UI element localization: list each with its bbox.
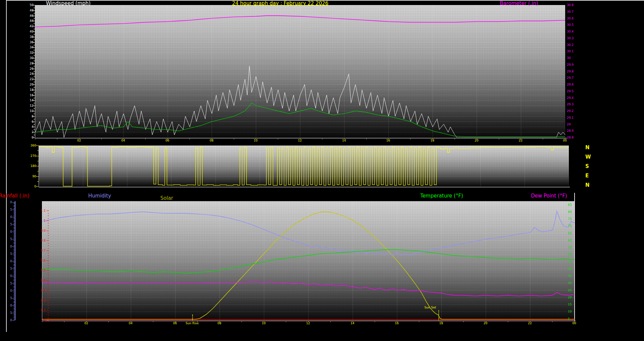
barometer-tick-label: 30.3 bbox=[567, 37, 574, 40]
axis-tick-mark bbox=[36, 186, 39, 187]
rainfall-legend-label: Rainfall (.in) bbox=[0, 193, 30, 199]
axis-tick-mark bbox=[48, 268, 49, 268]
temperature-tick-label: 75 bbox=[568, 217, 572, 221]
barometer-tick-label: 30.4 bbox=[567, 30, 574, 33]
x-axis-tick-label: 12 bbox=[305, 322, 312, 325]
solar-legend-label: Solar bbox=[160, 195, 173, 201]
temperature-tick-label: 10 bbox=[568, 310, 572, 313]
axis-tick-mark bbox=[48, 218, 49, 219]
combined-chart-canvas bbox=[42, 201, 575, 320]
windspeed-tick-label: 10 bbox=[23, 109, 34, 113]
axis-tick-mark bbox=[12, 224, 15, 225]
humidity-tick-label: 5 bbox=[8, 208, 12, 211]
axis-tick-mark bbox=[13, 267, 15, 268]
humidity-tick-label: 0 bbox=[8, 289, 12, 292]
axis-tick-mark bbox=[13, 301, 15, 301]
axis-tick-mark bbox=[36, 176, 39, 177]
axis-tick-mark bbox=[13, 288, 15, 288]
axis-tick-mark bbox=[12, 305, 15, 306]
axis-tick-mark bbox=[13, 289, 15, 290]
hour-tick-mark bbox=[543, 138, 543, 139]
axis-tick-mark bbox=[47, 290, 49, 291]
temperature-tick-label: 15 bbox=[568, 303, 572, 306]
barometer-tick-label: 30.8 bbox=[567, 3, 574, 7]
axis-tick-mark bbox=[13, 229, 15, 229]
axis-tick-mark bbox=[47, 221, 49, 221]
humidity-tick-label: 5 bbox=[8, 267, 12, 270]
combined-weather-chart bbox=[42, 201, 575, 320]
axis-tick-mark bbox=[13, 272, 15, 272]
x-axis-tick-label: 04 bbox=[120, 139, 126, 142]
axis-tick-mark bbox=[13, 205, 15, 206]
axis-tick-mark bbox=[13, 245, 15, 245]
hour-tick-mark bbox=[278, 138, 278, 139]
axis-tick-mark bbox=[34, 82, 35, 82]
axis-tick-mark bbox=[12, 276, 15, 276]
axis-tick-mark bbox=[48, 283, 49, 283]
rainfall-tick-label: 0.4 bbox=[36, 279, 46, 282]
axis-tick-mark bbox=[13, 314, 15, 315]
compass-letter: N bbox=[585, 182, 590, 188]
page-title: 24 hour graph day : February 22 2026 bbox=[232, 0, 328, 6]
windspeed-tick-label: 44 bbox=[23, 19, 34, 22]
axis-tick-mark bbox=[48, 318, 49, 318]
temperature-tick-label: 70 bbox=[568, 224, 572, 228]
axis-tick-mark bbox=[13, 317, 15, 318]
humidity-tick-label: 0 bbox=[8, 274, 12, 278]
axis-tick-mark bbox=[12, 283, 15, 284]
sun-set-label: Sun Set bbox=[424, 306, 436, 309]
axis-tick-mark bbox=[34, 103, 35, 103]
x-axis-tick-label: 16 bbox=[393, 322, 400, 325]
x-axis-tick-label: 18 bbox=[438, 322, 444, 325]
windspeed-tick-label: 4 bbox=[23, 125, 34, 128]
windspeed-tick-label: 32 bbox=[23, 51, 34, 54]
axis-tick-mark bbox=[13, 285, 15, 285]
temperature-tick-label: 45 bbox=[568, 260, 572, 264]
humidity-legend-label: Humidity bbox=[88, 193, 111, 199]
temperature-tick-label: 85 bbox=[568, 203, 572, 207]
windspeed-tick-label: 48 bbox=[23, 9, 34, 12]
temperature-tick-label: 80 bbox=[568, 210, 572, 214]
hour-tick-mark bbox=[64, 321, 64, 322]
barometer-tick-label: 29.8 bbox=[567, 70, 574, 73]
axis-tick-mark bbox=[48, 278, 49, 278]
x-axis-tick-label: 02 bbox=[76, 139, 83, 142]
axis-tick-mark bbox=[48, 275, 49, 276]
axis-tick-mark bbox=[47, 310, 49, 310]
wind-direction-tick-label: 180 bbox=[26, 164, 36, 168]
windspeed-tick-label: 16 bbox=[23, 94, 34, 97]
barometer-tick-label: 30.2 bbox=[567, 43, 574, 47]
axis-tick-mark bbox=[13, 236, 15, 236]
windspeed-tick-label: 20 bbox=[23, 83, 34, 86]
axis-tick-mark bbox=[47, 300, 49, 301]
axis-tick-mark bbox=[47, 270, 49, 271]
axis-tick-mark bbox=[13, 242, 15, 242]
sun-rise-label: Sun Rise bbox=[185, 322, 199, 325]
axis-tick-mark bbox=[37, 161, 39, 161]
humidity-tick-label: 0 bbox=[8, 201, 12, 204]
axis-tick-mark bbox=[48, 228, 49, 228]
weather-24h-graph-screen: Windspeed (mph) 24 hour graph day : Febr… bbox=[0, 0, 644, 341]
rainfall-tick-label: 1 bbox=[36, 219, 46, 222]
axis-tick-mark bbox=[37, 181, 39, 182]
axis-tick-mark bbox=[13, 299, 15, 300]
axis-tick-mark bbox=[47, 231, 49, 231]
axis-tick-mark bbox=[13, 223, 15, 223]
hour-tick-mark bbox=[366, 138, 367, 139]
axis-tick-mark bbox=[13, 273, 15, 273]
axis-tick-mark bbox=[12, 269, 15, 269]
axis-tick-mark bbox=[47, 240, 49, 241]
axis-tick-mark bbox=[34, 45, 35, 45]
axis-tick-mark bbox=[34, 108, 35, 109]
axis-tick-mark bbox=[48, 216, 49, 216]
rainfall-tick-label: 0.1 bbox=[36, 308, 46, 312]
axis-tick-mark bbox=[48, 315, 49, 316]
x-axis-tick-label: 16 bbox=[385, 139, 391, 142]
axis-tick-mark bbox=[47, 250, 49, 251]
x-axis-tick-label: 20 bbox=[482, 322, 489, 325]
x-axis-tick-label: 10 bbox=[260, 322, 267, 325]
axis-tick-mark bbox=[13, 294, 15, 294]
barometer-tick-label: 29.9 bbox=[567, 63, 574, 66]
hour-tick-mark bbox=[101, 138, 102, 139]
windspeed-tick-label: 12 bbox=[23, 104, 34, 107]
